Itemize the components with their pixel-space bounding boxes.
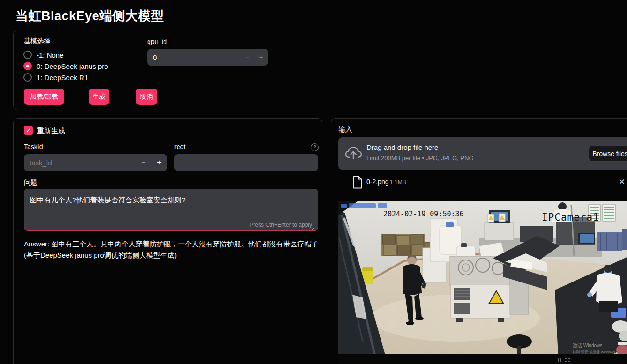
- rect-label: rect: [174, 143, 185, 150]
- gpu-id-stepper: − +: [147, 49, 268, 66]
- taskid-stepper: − +: [24, 154, 167, 171]
- radio-label: 0: DeepSeek janus pro: [37, 62, 108, 70]
- question-box: 图中有几个人?他们着装是否符合实验室安全规则? Press Ctrl+Enter…: [24, 189, 318, 231]
- uploaded-image: 2024-02-19 09:50:36 IPCamera1 激活 Windows…: [338, 201, 627, 364]
- dropzone-limit: Limit 200MB per file • JPG, JPEG, PNG: [366, 155, 474, 162]
- remove-file-icon[interactable]: ✕: [619, 177, 625, 187]
- taskid-plus-button[interactable]: +: [151, 158, 167, 167]
- cancel-button[interactable]: 取消: [136, 89, 157, 105]
- apply-hint: Press Ctrl+Enter to apply: [249, 222, 312, 228]
- camera-name-watermark: IPCamera1: [542, 212, 599, 223]
- radio-label: -1: None: [37, 51, 64, 59]
- cloud-upload-icon: [345, 145, 363, 161]
- taskid-label: TaskId: [24, 143, 43, 150]
- blue-cabinets: [597, 229, 627, 251]
- taskid-minus-button[interactable]: −: [135, 158, 151, 167]
- check-icon: ✓: [26, 126, 31, 134]
- file-name: 0-2.png: [366, 178, 388, 186]
- file-dropzone[interactable]: Drag and drop file here Limit 200MB per …: [338, 137, 627, 170]
- rect-input[interactable]: [174, 154, 318, 171]
- regenerate-label: 重新生成: [37, 126, 65, 135]
- dropzone-title: Drag and drop file here: [366, 143, 438, 151]
- qa-panel: ✓ 重新生成 TaskId − + rect ? 问题 图中有几个人?他们着装是…: [13, 118, 322, 364]
- radio-option-none[interactable]: -1: None: [23, 50, 64, 60]
- radio-group-label: 基模选择: [24, 37, 50, 45]
- uploaded-file-row: 0-2.png 1.1MB ✕: [338, 175, 627, 191]
- radio-icon[interactable]: [23, 51, 32, 59]
- gpu-plus-button[interactable]: +: [254, 53, 268, 61]
- gpu-id-input[interactable]: [147, 53, 240, 61]
- input-label: 输入: [338, 125, 352, 134]
- file-icon: [352, 176, 363, 189]
- page-title: 当虹BlackEye端侧大模型: [15, 7, 164, 24]
- gpu-id-label: gpu_id: [147, 38, 167, 45]
- question-label: 问题: [24, 178, 37, 187]
- radio-option-r1[interactable]: 1: DeepSeek R1: [23, 72, 88, 82]
- answer-text: Answer: 图中有三个人。其中两个人穿着防护服，一个人没有穿防护服。他们都没…: [24, 238, 319, 261]
- radio-selected-icon[interactable]: [23, 62, 32, 70]
- load-unload-button[interactable]: 加载/卸载: [24, 89, 64, 105]
- generate-button[interactable]: 生成: [89, 89, 109, 105]
- radio-option-janus-pro[interactable]: 0: DeepSeek janus pro: [23, 61, 108, 71]
- radio-label: 1: DeepSeek R1: [37, 74, 88, 82]
- regenerate-checkbox[interactable]: ✓: [24, 126, 33, 135]
- browse-files-button[interactable]: Browse files: [589, 145, 627, 162]
- image-timestamp: 2024-02-19 09:50:36: [383, 210, 464, 218]
- image-input-panel: 输入 Drag and drop file here Limit 200MB p…: [331, 118, 627, 364]
- resize-grip-icon[interactable]: [312, 225, 317, 230]
- activate-windows-watermark: 激活 Windows: [573, 343, 602, 348]
- activate-windows-watermark-line2: 转到"设置"以激活 Windows。: [572, 350, 619, 354]
- app-root: { "page": { "title": "当虹BlackEye端侧大模型" }…: [0, 0, 627, 364]
- file-size: 1.1MB: [390, 179, 406, 186]
- model-settings-panel: 基模选择 -1: None 0: DeepSeek janus pro 1: D…: [13, 30, 627, 110]
- gpu-minus-button[interactable]: −: [240, 53, 254, 61]
- radio-icon[interactable]: [23, 73, 32, 82]
- taskid-input[interactable]: [24, 159, 135, 167]
- help-icon[interactable]: ?: [311, 143, 319, 151]
- video-bottom-bar: [338, 354, 627, 364]
